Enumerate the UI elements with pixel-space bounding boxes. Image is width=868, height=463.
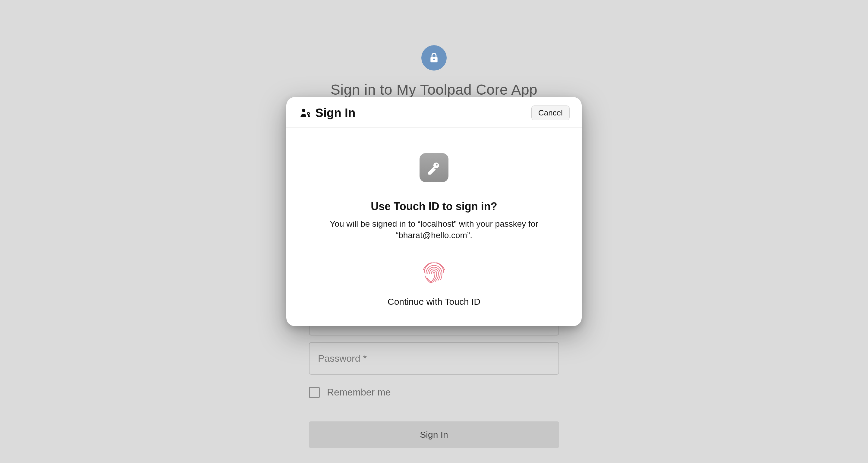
cancel-button[interactable]: Cancel	[531, 105, 569, 120]
svg-point-5	[436, 164, 438, 165]
key-icon	[420, 153, 448, 182]
modal-heading: Use Touch ID to sign in?	[371, 200, 497, 213]
modal-body: Use Touch ID to sign in? You will be sig…	[286, 128, 582, 326]
svg-point-2	[302, 109, 305, 112]
fingerprint-icon[interactable]	[420, 257, 448, 286]
touchid-modal: Sign In Cancel Use Touch ID to sign in? …	[286, 97, 582, 326]
touchid-continue-label: Continue with Touch ID	[388, 297, 480, 307]
modal-description: You will be signed in to “localhost” wit…	[319, 218, 549, 241]
person-key-icon	[300, 107, 311, 119]
modal-overlay: Sign In Cancel Use Touch ID to sign in? …	[0, 0, 868, 463]
modal-title: Sign In	[315, 106, 355, 120]
modal-header: Sign In Cancel	[286, 97, 582, 128]
